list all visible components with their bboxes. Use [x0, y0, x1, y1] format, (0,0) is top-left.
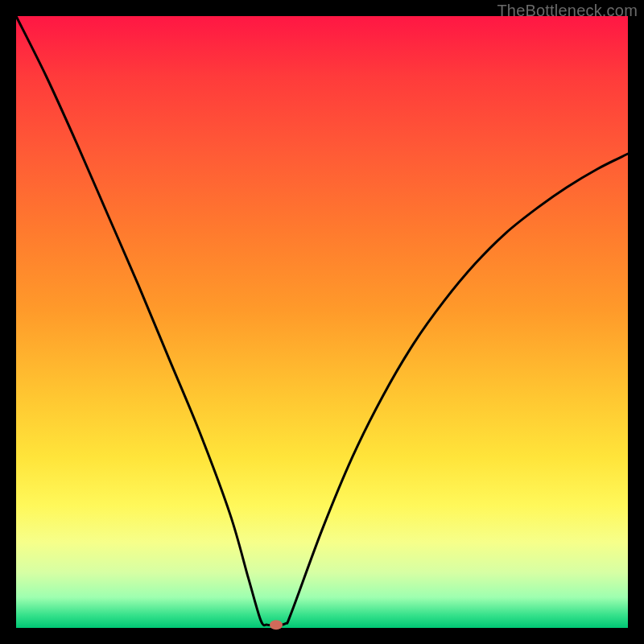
minimum-marker: [270, 620, 283, 630]
watermark-text: TheBottleneck.com: [497, 2, 638, 20]
svg-point-0: [270, 620, 283, 630]
curve-line: [16, 16, 628, 625]
chart-frame: TheBottleneck.com: [0, 0, 644, 644]
chart-svg: [0, 0, 644, 644]
